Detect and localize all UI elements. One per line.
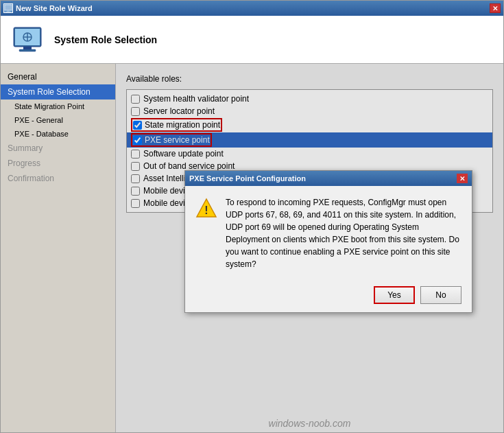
wizard-window: New Site Role Wizard ✕ System Role Selec…	[0, 0, 504, 433]
dialog-title-label: PXE Service Point Configuration	[189, 174, 306, 183]
dialog-no-button[interactable]: No	[420, 286, 461, 304]
svg-rect-0	[5, 5, 12, 10]
sidebar-item-confirmation[interactable]: Confirmation	[1, 171, 115, 186]
wizard-icon	[3, 3, 13, 13]
svg-text:!: !	[204, 204, 208, 216]
header-icon	[11, 23, 44, 56]
dialog-overlay: PXE Service Point Configuration ✕ ! To r…	[116, 64, 503, 432]
wizard-header: System Role Selection	[1, 16, 503, 64]
dialog-body: ! To respond to incoming PXE requests, C…	[185, 186, 472, 281]
sidebar: General System Role Selection State Migr…	[1, 64, 116, 432]
svg-rect-6	[19, 49, 36, 51]
dialog-buttons: Yes No	[185, 281, 472, 312]
close-button[interactable]: ✕	[490, 3, 501, 13]
sidebar-item-pxe-general[interactable]: PXE - General	[1, 113, 115, 127]
dialog-message: To respond to incoming PXE requests, Con…	[226, 196, 461, 270]
sidebar-item-general[interactable]: General	[1, 69, 115, 84]
svg-rect-1	[7, 10, 10, 12]
svg-rect-2	[5, 12, 11, 12]
dialog-close-button[interactable]: ✕	[457, 174, 468, 183]
dialog-yes-button[interactable]: Yes	[374, 286, 415, 304]
dialog-title-bar: PXE Service Point Configuration ✕	[185, 171, 472, 186]
dialog-box: PXE Service Point Configuration ✕ ! To r…	[184, 170, 472, 313]
sidebar-item-progress[interactable]: Progress	[1, 156, 115, 171]
sidebar-item-state-migration-point[interactable]: State Migration Point	[1, 100, 115, 113]
sidebar-item-system-role-selection[interactable]: System Role Selection	[1, 84, 115, 100]
title-bar-left: New Site Role Wizard	[3, 3, 93, 13]
title-bar: New Site Role Wizard ✕	[1, 1, 503, 16]
header-title: System Role Selection	[54, 34, 157, 45]
warning-icon: !	[195, 198, 217, 220]
main-content: Available roles: System health validator…	[116, 64, 503, 432]
wizard-body: General System Role Selection State Migr…	[1, 64, 503, 432]
sidebar-item-summary[interactable]: Summary	[1, 141, 115, 156]
sidebar-item-pxe-database[interactable]: PXE - Database	[1, 127, 115, 141]
title-label: New Site Role Wizard	[16, 4, 93, 12]
svg-rect-5	[23, 47, 32, 49]
